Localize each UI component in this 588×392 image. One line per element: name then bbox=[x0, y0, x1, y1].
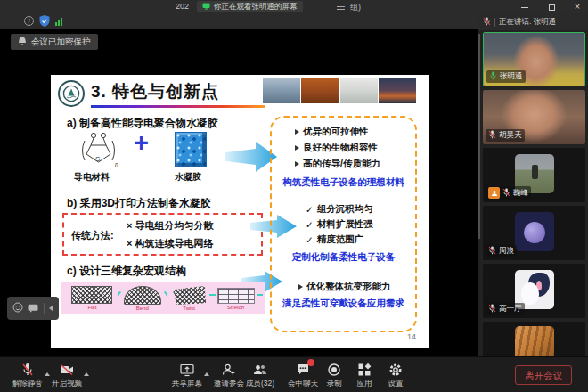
speaking-banner-label: 正在讲话: 张明通 bbox=[499, 17, 556, 28]
title-underline bbox=[91, 105, 265, 108]
members-icon bbox=[253, 362, 267, 377]
participant-avatar bbox=[515, 326, 554, 356]
bottom-toolbar: 解除静音 开启视频 共享屏幕 邀请参会 成员(32) 会中聊天 录制 bbox=[0, 356, 588, 392]
arrow-bullet-icon bbox=[295, 145, 299, 151]
mic-muted-icon bbox=[21, 362, 34, 377]
unmute-button[interactable]: 解除静音 bbox=[7, 362, 48, 389]
conclusion-text: 定制化制备柔性电子设备 bbox=[272, 251, 415, 264]
conclusion-text: 满足柔性可穿戴设备应用需求 bbox=[272, 298, 415, 310]
participant-name: 张明通 bbox=[500, 71, 523, 82]
leave-meeting-button[interactable]: 离开会议 bbox=[515, 365, 572, 385]
svg-text:n: n bbox=[115, 161, 118, 167]
mic-muted-icon bbox=[483, 17, 491, 28]
members-button[interactable]: 成员(32) bbox=[240, 362, 281, 389]
section-c-heading: c) 设计三维复杂宏观结构 bbox=[67, 264, 186, 279]
quick-reaction-toolbar bbox=[7, 297, 59, 320]
participant-tile[interactable]: 高一厅 bbox=[483, 264, 585, 318]
host-badge-icon bbox=[488, 187, 500, 199]
advantage-item: 良好的生物相容性 bbox=[295, 142, 378, 154]
traditional-method-item: × 构筑连续导电网络 bbox=[127, 237, 213, 250]
invite-icon bbox=[222, 362, 236, 377]
mesh-stretch: Stretch bbox=[217, 286, 255, 311]
bell-icon bbox=[18, 37, 27, 48]
arrow-bullet-icon bbox=[295, 161, 299, 167]
shared-screen-area: 会议已加密保护 3. 特色与创新点 a) 制备高性能导电聚合物水凝胶 bbox=[0, 29, 478, 356]
share-screen-button[interactable]: 共享屏幕 bbox=[167, 362, 208, 389]
network-signal-icon bbox=[55, 18, 62, 26]
participants-panel: 正在讲话: 张明通 张明通 胡昊天 鞠峰 bbox=[478, 13, 588, 356]
record-button[interactable]: 录制 bbox=[318, 362, 350, 389]
traditional-method-item: × 导电组分均匀分散 bbox=[127, 219, 213, 233]
emoji-icon[interactable] bbox=[12, 300, 23, 316]
chat-bubble-icon[interactable] bbox=[28, 300, 38, 316]
mic-muted-icon bbox=[502, 188, 510, 199]
advantage-item: ✓组分沉积均匀 bbox=[306, 203, 373, 216]
mic-active-icon bbox=[489, 71, 497, 82]
participant-avatar bbox=[515, 212, 554, 251]
share-screen-icon bbox=[180, 362, 194, 377]
collapse-left-icon[interactable] bbox=[49, 305, 53, 312]
advantage-item: 优化整体抗变形能力 bbox=[298, 281, 391, 293]
list-icon[interactable] bbox=[337, 4, 345, 12]
participant-tile[interactable] bbox=[483, 322, 585, 356]
info-icon[interactable]: i bbox=[24, 16, 34, 26]
window-title-suffix: 组) bbox=[350, 2, 361, 13]
hydrogel-label: 水凝胶 bbox=[175, 171, 201, 184]
watching-screen-banner[interactable]: 你正在观看张明通的屏幕 bbox=[197, 1, 303, 12]
participant-tile[interactable]: 胡昊天 bbox=[483, 90, 585, 144]
plus-sign: + bbox=[134, 128, 149, 158]
settings-gear-icon bbox=[388, 362, 403, 377]
advantage-item: ✓材料扩展性强 bbox=[306, 218, 373, 231]
settings-button[interactable]: 设置 bbox=[380, 362, 412, 389]
traditional-method-label: 传统方法: bbox=[71, 229, 114, 242]
screen-share-indicator-icon bbox=[202, 3, 210, 12]
campus-photo-2 bbox=[301, 78, 339, 103]
slide-title: 3. 特色与创新点 bbox=[91, 80, 219, 103]
participants-scrollbar[interactable] bbox=[478, 34, 480, 239]
campus-photo-1 bbox=[263, 78, 300, 103]
maximize-button[interactable] bbox=[542, 0, 561, 13]
check-icon: ✓ bbox=[306, 204, 314, 215]
apps-button[interactable]: 应用 bbox=[348, 362, 380, 389]
video-options-caret[interactable] bbox=[84, 372, 89, 376]
svg-text:S: S bbox=[95, 155, 100, 163]
arrow-bullet-icon bbox=[298, 284, 303, 290]
advantage-item: ✓精度范围广 bbox=[306, 233, 363, 246]
hydrogel-cube-image bbox=[175, 132, 207, 167]
mesh-bend: Bend bbox=[124, 286, 161, 312]
campus-photo-3 bbox=[340, 78, 378, 103]
encryption-toast: 会议已加密保护 bbox=[11, 34, 98, 50]
close-button[interactable]: × bbox=[568, 0, 587, 13]
camera-muted-icon bbox=[60, 362, 74, 377]
participant-tile[interactable]: 鞠峰 bbox=[483, 148, 585, 202]
mesh-flat: Flat bbox=[71, 286, 112, 311]
arrow-bullet-icon bbox=[295, 129, 299, 135]
participant-tile[interactable]: 周浪 bbox=[483, 206, 585, 260]
mesh-twist: Twist bbox=[172, 286, 206, 312]
mic-muted-icon bbox=[488, 246, 496, 257]
encryption-toast-label: 会议已加密保护 bbox=[31, 37, 91, 48]
speaking-banner: 正在讲话: 张明通 bbox=[478, 13, 588, 30]
check-icon: ✓ bbox=[306, 234, 314, 245]
advantage-item: 高的传导/传质能力 bbox=[295, 158, 380, 170]
presentation-slide: 3. 特色与创新点 a) 制备高性能导电聚合物水凝胶 S n 导电材 bbox=[51, 75, 429, 348]
check-icon: ✓ bbox=[306, 219, 314, 230]
participant-name: 周浪 bbox=[499, 246, 514, 257]
conductive-material-label: 导电材料 bbox=[74, 171, 110, 184]
participant-name: 高一厅 bbox=[499, 304, 522, 314]
section-b-heading: b) 采用3D打印方法制备水凝胶 bbox=[67, 196, 211, 211]
minimize-button[interactable] bbox=[515, 0, 535, 13]
campus-photo-4 bbox=[379, 78, 416, 103]
apps-icon bbox=[357, 362, 372, 377]
university-logo bbox=[58, 80, 85, 107]
mic-muted-icon bbox=[488, 130, 496, 141]
start-video-button[interactable]: 开启视频 bbox=[46, 362, 87, 389]
advantage-item: 优异的可拉伸性 bbox=[295, 126, 369, 138]
participant-tile[interactable]: 张明通 bbox=[483, 32, 585, 86]
participant-name: 鞠峰 bbox=[513, 188, 528, 199]
conclusion-text: 构筑柔性电子设备的理想材料 bbox=[272, 176, 415, 189]
participant-name: 胡昊天 bbox=[499, 130, 522, 141]
slide-page-number: 14 bbox=[407, 332, 416, 341]
record-icon bbox=[327, 362, 341, 377]
structure-examples-strip: Flat Bend Twist Stretch bbox=[61, 282, 265, 314]
